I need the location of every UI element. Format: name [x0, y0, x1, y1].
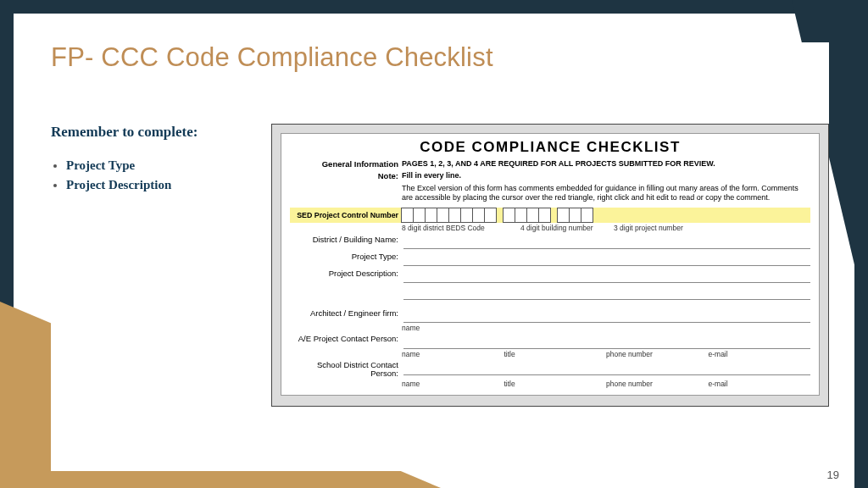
- field-line: [403, 252, 810, 266]
- form-title: CODE COMPLIANCE CHECKLIST: [290, 139, 810, 156]
- row-project-desc: Project Description:: [290, 269, 810, 283]
- row-sd-contact-captions: name title phone number e-mail: [290, 380, 810, 388]
- slide-content: FP- CCC Code Compliance Checklist Rememb…: [51, 42, 829, 471]
- yellow-fill: [593, 208, 810, 223]
- code-box: [538, 208, 551, 223]
- row-general-info: General Information PAGES 1, 2, 3, AND 4…: [290, 159, 810, 169]
- form-screenshot: CODE COMPLIANCE CHECKLIST General Inform…: [271, 124, 829, 407]
- caption-beds-code: 8 digit district BEDS Code: [402, 224, 520, 232]
- code-box: [401, 208, 414, 223]
- code-box: [448, 208, 461, 223]
- page-number: 19: [827, 469, 839, 481]
- label-ae-firm: Architect / Engineer firm:: [290, 308, 402, 318]
- caption-name: name: [402, 324, 810, 332]
- code-box: [437, 208, 449, 223]
- label-sed-number: SED Project Control Number: [290, 211, 402, 219]
- code-box: [413, 208, 426, 223]
- slide-frame: FP- CCC Code Compliance Checklist Rememb…: [0, 0, 868, 488]
- label-district: District / Building Name:: [290, 235, 402, 244]
- caption-email: e-mail: [709, 350, 811, 358]
- bullet-list: Project Type Project Description: [51, 156, 246, 196]
- row-sed-number: SED Project Control Number: [290, 208, 810, 223]
- caption-phone: phone number: [606, 350, 709, 358]
- code-box: [581, 208, 593, 223]
- row-note-1: Note: Fill in every line.: [290, 171, 810, 180]
- code-box: [503, 208, 515, 223]
- code-box: [569, 208, 581, 223]
- slide-body: Remember to complete: Project Type Proje…: [51, 124, 829, 407]
- label-ae-contact: A/E Project Contact Person:: [290, 335, 402, 343]
- field-line: [403, 286, 810, 300]
- caption-name: name: [402, 380, 504, 388]
- label-project-desc: Project Description:: [290, 269, 402, 278]
- row-district: District / Building Name:: [290, 235, 810, 249]
- row-note-2: The Excel version of this form has comme…: [290, 184, 810, 203]
- row-sd-contact: School District Contact Person:: [290, 361, 810, 379]
- field-line: [403, 308, 810, 323]
- row-ae-contact-captions: name title phone number e-mail: [290, 350, 810, 358]
- row-project-desc-2: [290, 286, 810, 300]
- label-note: Note:: [290, 171, 402, 180]
- code-box: [526, 208, 539, 223]
- caption-building-number: 4 digit building number: [520, 224, 614, 232]
- subheading: Remember to complete:: [51, 124, 246, 141]
- code-box: [484, 208, 497, 223]
- row-project-type: Project Type:: [290, 252, 810, 266]
- code-box: [460, 208, 473, 223]
- caption-project-number: 3 digit project number: [614, 224, 683, 232]
- label-project-type: Project Type:: [290, 252, 402, 261]
- code-box: [472, 208, 485, 223]
- row-ae-firm-caption: name: [290, 324, 810, 332]
- field-line: [403, 235, 810, 249]
- text-required-pages: PAGES 1, 2, 3, AND 4 ARE REQUIRED FOR AL…: [402, 159, 810, 169]
- code-box: [425, 208, 437, 223]
- field-line: [403, 361, 810, 375]
- field-line: [403, 269, 810, 283]
- code-box: [515, 208, 527, 223]
- caption-phone: phone number: [606, 380, 709, 388]
- sed-code-boxes: [402, 208, 593, 223]
- field-line: [403, 335, 810, 349]
- bullet-item: Project Description: [66, 175, 246, 195]
- bullet-item: Project Type: [66, 156, 246, 175]
- caption-name: name: [402, 350, 504, 358]
- slide-title: FP- CCC Code Compliance Checklist: [51, 42, 829, 73]
- form-inner: CODE COMPLIANCE CHECKLIST General Inform…: [281, 133, 820, 396]
- row-code-captions: 8 digit district BEDS Code 4 digit build…: [290, 224, 810, 232]
- label-general-info: General Information: [290, 159, 402, 169]
- text-fill-every-line: Fill in every line.: [402, 171, 810, 180]
- code-box: [557, 208, 570, 223]
- left-column: Remember to complete: Project Type Proje…: [51, 124, 246, 407]
- label-sd-contact: School District Contact Person:: [290, 361, 402, 379]
- row-ae-firm: Architect / Engineer firm:: [290, 308, 810, 323]
- caption-title: title: [504, 350, 607, 358]
- border-top: [0, 0, 868, 14]
- text-note-detail: The Excel version of this form has comme…: [402, 184, 810, 203]
- caption-email: e-mail: [709, 380, 811, 388]
- caption-title: title: [504, 380, 607, 388]
- row-ae-contact: A/E Project Contact Person:: [290, 335, 810, 349]
